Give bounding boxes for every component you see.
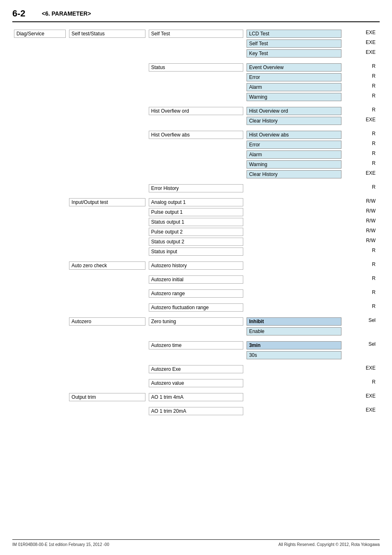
- spacer-row: [12, 298, 380, 303]
- col-level4: Inhibit: [245, 317, 343, 326]
- col-level4: [245, 197, 343, 207]
- col-level3: Zero tuning: [147, 317, 245, 326]
- table-row: Enable: [12, 326, 380, 336]
- col-level4: LCD Test: [245, 29, 343, 39]
- col-diag-service: [12, 227, 67, 237]
- page-number: 6-2: [12, 8, 25, 19]
- col-level4: Hist Overview abs: [245, 130, 343, 140]
- table-row: StatusEvent OverviewR: [12, 62, 380, 72]
- table-row: Input/Output testAnalog output 1R/W: [12, 197, 380, 207]
- col-level3: Autozero value: [147, 378, 245, 388]
- spacer-row: [12, 360, 380, 364]
- col-level2: [67, 406, 147, 416]
- col-action: R: [343, 183, 380, 193]
- table-row: AlarmR: [12, 82, 380, 92]
- col-level4: Event Overview: [245, 62, 343, 72]
- table-row: Hist Overfiew absHist Overview absR: [12, 130, 380, 140]
- col-level3: Self Test: [147, 29, 245, 39]
- col-action: EXE: [343, 406, 380, 416]
- col-diag-service: [12, 106, 67, 116]
- table-row: Clear HistoryEXE: [12, 169, 380, 179]
- col-level3: Autozero range: [147, 289, 245, 298]
- table-row: Diag/ServiceSelf test/StatusSelf TestLCD…: [12, 29, 380, 39]
- col-diag-service: [12, 183, 67, 193]
- spacer-row: [12, 284, 380, 289]
- col-level4: [245, 275, 343, 284]
- col-action: R: [343, 62, 380, 72]
- col-level2: [67, 227, 147, 237]
- col-level2: [67, 350, 147, 360]
- col-diag-service: [12, 237, 67, 247]
- col-action: R/W: [343, 227, 380, 237]
- col-level4: [245, 237, 343, 247]
- spacer-row: [12, 58, 380, 62]
- col-action: R: [343, 82, 380, 92]
- col-action: EXE: [343, 29, 380, 39]
- col-action: EXE: [343, 392, 380, 402]
- col-level4: Error: [245, 140, 343, 150]
- spacer-row: [12, 336, 380, 340]
- page-header: 6-2 <6. PARAMETER>: [12, 8, 380, 22]
- col-level2: Self test/Status: [67, 29, 147, 39]
- col-level2: [67, 289, 147, 298]
- col-action: Sel: [343, 317, 380, 326]
- col-level3: [147, 160, 245, 169]
- col-level3: Status: [147, 62, 245, 72]
- col-diag-service: [12, 364, 67, 374]
- col-action: R/W: [343, 237, 380, 247]
- col-level4: Alarm: [245, 82, 343, 92]
- col-diag-service: [12, 303, 67, 312]
- col-level4: [245, 261, 343, 271]
- col-level4: Alarm: [245, 150, 343, 160]
- col-diag-service: [12, 217, 67, 227]
- col-diag-service: Diag/Service: [12, 29, 67, 39]
- page-footer: IM 01R04B08-00-E 1st edition February 15…: [12, 539, 380, 547]
- col-diag-service: [12, 82, 67, 92]
- col-level2: [67, 326, 147, 336]
- col-level2: [67, 62, 147, 72]
- col-action: R: [343, 150, 380, 160]
- table-row: Autozero valueR: [12, 378, 380, 388]
- col-level4: Clear History: [245, 116, 343, 126]
- table-row: Status output 2R/W: [12, 237, 380, 247]
- col-level4: [245, 247, 343, 257]
- table-row: Autozero rangeR: [12, 289, 380, 298]
- col-action: R: [343, 140, 380, 150]
- col-action: Sel: [343, 340, 380, 350]
- col-diag-service: [12, 92, 67, 102]
- col-diag-service: [12, 392, 67, 402]
- table-row: WarningR: [12, 92, 380, 102]
- spacer-row: [12, 126, 380, 130]
- col-diag-service: [12, 72, 67, 82]
- col-action: R: [343, 72, 380, 82]
- col-diag-service: [12, 261, 67, 271]
- col-diag-service: [12, 350, 67, 360]
- col-level3: Status output 1: [147, 217, 245, 227]
- table-row: 30s: [12, 350, 380, 360]
- col-action: R: [343, 289, 380, 298]
- col-level2: [67, 49, 147, 58]
- page: 6-2 <6. PARAMETER> Diag/ServiceSelf test…: [0, 0, 392, 555]
- col-action: EXE: [343, 169, 380, 179]
- table-row: Autozero ExeEXE: [12, 364, 380, 374]
- col-action: EXE: [343, 49, 380, 58]
- col-level4: [245, 183, 343, 193]
- spacer-row: [12, 402, 380, 406]
- col-action: R/W: [343, 207, 380, 217]
- col-diag-service: [12, 39, 67, 49]
- col-level3: Pulse output 2: [147, 227, 245, 237]
- col-level3: Hist Overfiew ord: [147, 106, 245, 116]
- col-action: R: [343, 130, 380, 140]
- col-diag-service: [12, 406, 67, 416]
- table-row: AutozeroZero tuningInhibitSel: [12, 317, 380, 326]
- col-diag-service: [12, 378, 67, 388]
- table-row: Clear HistoryEXE: [12, 116, 380, 126]
- col-level2: [67, 183, 147, 193]
- page-title: <6. PARAMETER>: [42, 10, 91, 17]
- col-action: EXE: [343, 116, 380, 126]
- footer-right: All Rights Reserved. Copyright © 2012, R…: [279, 542, 380, 547]
- col-level3: Autozero initial: [147, 275, 245, 284]
- col-level2: Auto zero check: [67, 261, 147, 271]
- col-action: [343, 350, 380, 360]
- footer-left: IM 01R04B08-00-E 1st edition February 15…: [12, 542, 109, 547]
